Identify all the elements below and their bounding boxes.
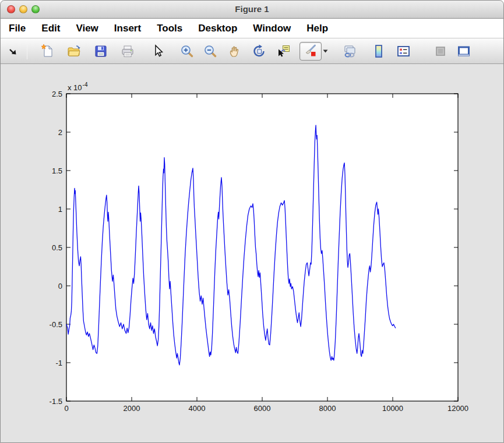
edit-plot-pointer-icon <box>150 44 165 59</box>
menu-item-view[interactable]: View <box>76 23 98 34</box>
brush-button[interactable] <box>299 42 322 61</box>
y-tick-label: 2.5 <box>52 90 62 98</box>
plot-canvas[interactable]: 020004000600080001000012000-1.5-1-0.500.… <box>1 64 504 443</box>
y-tick-label: -1 <box>55 359 62 367</box>
y-tick-label: 1.5 <box>52 166 62 175</box>
menu-item-window[interactable]: Window <box>253 23 291 34</box>
edit-plot-button[interactable] <box>149 42 167 61</box>
y-tick-label: 0.5 <box>52 243 62 252</box>
x-tick-label: 2000 <box>124 404 140 413</box>
hide-plot-tools-icon <box>433 44 448 59</box>
pan-hand-icon <box>227 44 242 59</box>
insert-legend-button[interactable] <box>394 42 412 61</box>
brush-dropdown-caret-icon <box>323 49 328 53</box>
pan-button[interactable] <box>226 42 244 61</box>
y-tick-label: -0.5 <box>50 320 62 329</box>
title-bar: Figure 1 <box>1 1 503 19</box>
menu-item-edit[interactable]: Edit <box>41 23 60 34</box>
new-figure-button[interactable] <box>38 42 56 61</box>
menu-item-file[interactable]: File <box>9 23 26 34</box>
save-figure-icon <box>93 44 108 59</box>
toolbar-separator <box>27 43 27 59</box>
open-file-button[interactable] <box>65 42 83 61</box>
data-cursor-button[interactable] <box>275 42 292 61</box>
menu-item-help[interactable]: Help <box>306 23 328 34</box>
insert-legend-icon <box>396 44 411 59</box>
y-tick-label: -1.5 <box>50 397 62 406</box>
link-plot-icon <box>342 44 357 59</box>
x-tick-label: 0 <box>64 404 68 413</box>
data-cursor-icon <box>276 44 291 59</box>
menu-item-insert[interactable]: Insert <box>114 23 141 34</box>
x-tick-label: 6000 <box>254 404 271 413</box>
new-figure-icon <box>40 44 55 59</box>
insert-colorbar-icon <box>371 44 386 59</box>
undock-arrow-icon <box>8 46 18 56</box>
y-tick-label: 2 <box>58 128 62 137</box>
axes-box <box>66 94 458 401</box>
insert-colorbar-button[interactable] <box>370 42 387 61</box>
menu-item-desktop[interactable]: Desktop <box>198 23 237 34</box>
link-plot-button[interactable] <box>341 42 358 61</box>
open-file-icon <box>66 44 82 59</box>
figure-toolbar <box>1 38 503 64</box>
zoom-in-icon <box>179 44 195 59</box>
menu-item-tools[interactable]: Tools <box>157 23 182 34</box>
x-tick-label: 8000 <box>319 404 336 413</box>
show-plot-tools-icon <box>456 44 471 59</box>
y-tick-label: 1 <box>58 205 62 214</box>
brush-dropdown-button[interactable] <box>323 49 328 53</box>
y-tick-label: 0 <box>58 282 62 290</box>
y-axis-exponent-label: x 10-4 <box>68 81 88 92</box>
print-figure-icon <box>120 44 135 59</box>
rotate-3d-icon <box>252 44 267 59</box>
window-title: Figure 1 <box>1 1 503 18</box>
brush-icon <box>303 44 318 59</box>
hide-plot-tools-button[interactable] <box>432 42 449 61</box>
x-tick-label: 12000 <box>447 404 468 413</box>
print-figure-button[interactable] <box>119 42 136 61</box>
zoom-in-button[interactable] <box>178 42 196 61</box>
save-figure-button[interactable] <box>92 42 110 61</box>
figure-window: Figure 1 FileEditViewInsertToolsDesktopW… <box>0 0 504 443</box>
x-tick-label: 10000 <box>382 404 403 413</box>
rotate-3d-button[interactable] <box>251 42 268 61</box>
zoom-out-icon <box>203 44 218 59</box>
undock-arrow-button[interactable] <box>4 42 22 61</box>
show-plot-tools-button[interactable] <box>455 42 473 61</box>
x-tick-label: 4000 <box>189 404 206 413</box>
menu-bar: FileEditViewInsertToolsDesktopWindowHelp <box>1 19 503 38</box>
figure-canvas: 020004000600080001000012000-1.5-1-0.500.… <box>1 64 503 443</box>
zoom-out-button[interactable] <box>202 42 219 61</box>
